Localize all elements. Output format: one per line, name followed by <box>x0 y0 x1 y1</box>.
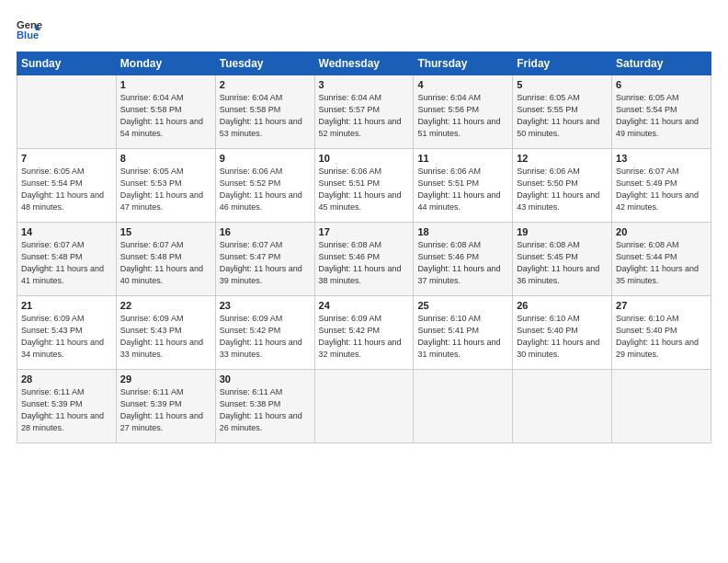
calendar-day-cell: 13Sunrise: 6:07 AMSunset: 5:49 PMDayligh… <box>612 149 711 223</box>
calendar-day-cell: 20Sunrise: 6:08 AMSunset: 5:44 PMDayligh… <box>612 223 711 296</box>
day-number: 30 <box>220 373 311 385</box>
calendar-day-cell: 25Sunrise: 6:10 AMSunset: 5:41 PMDayligh… <box>414 296 513 370</box>
day-detail: Sunrise: 6:05 AMSunset: 5:54 PMDaylight:… <box>616 92 707 140</box>
day-number: 10 <box>319 153 410 164</box>
day-detail: Sunrise: 6:08 AMSunset: 5:46 PMDaylight:… <box>417 239 508 287</box>
calendar-day-cell: 27Sunrise: 6:10 AMSunset: 5:40 PMDayligh… <box>612 296 711 370</box>
calendar-body: 1Sunrise: 6:04 AMSunset: 5:58 PMDaylight… <box>17 75 711 443</box>
day-number: 5 <box>517 79 608 90</box>
calendar-day-cell: 4Sunrise: 6:04 AMSunset: 5:56 PMDaylight… <box>414 75 513 149</box>
calendar-week-row: 28Sunrise: 6:11 AMSunset: 5:39 PMDayligh… <box>17 370 711 443</box>
day-detail: Sunrise: 6:07 AMSunset: 5:47 PMDaylight:… <box>220 239 311 287</box>
day-number: 29 <box>120 373 211 385</box>
calendar-day-cell: 3Sunrise: 6:04 AMSunset: 5:57 PMDaylight… <box>314 75 414 149</box>
calendar-day-cell: 18Sunrise: 6:08 AMSunset: 5:46 PMDayligh… <box>414 223 513 296</box>
day-of-week-header: Monday <box>116 52 215 75</box>
calendar-day-cell: 15Sunrise: 6:07 AMSunset: 5:48 PMDayligh… <box>116 223 215 296</box>
day-number: 9 <box>220 153 311 164</box>
day-number: 11 <box>417 153 508 164</box>
calendar-day-cell: 26Sunrise: 6:10 AMSunset: 5:40 PMDayligh… <box>513 296 612 370</box>
calendar-day-cell: 10Sunrise: 6:06 AMSunset: 5:51 PMDayligh… <box>314 149 414 223</box>
day-number: 7 <box>21 153 112 164</box>
calendar-day-cell: 12Sunrise: 6:06 AMSunset: 5:50 PMDayligh… <box>513 149 612 223</box>
day-detail: Sunrise: 6:08 AMSunset: 5:44 PMDaylight:… <box>616 239 707 287</box>
day-detail: Sunrise: 6:04 AMSunset: 5:57 PMDaylight:… <box>319 92 410 140</box>
day-number: 25 <box>417 300 508 311</box>
day-number: 16 <box>220 226 311 237</box>
calendar-day-cell <box>612 370 711 443</box>
calendar-day-cell: 17Sunrise: 6:08 AMSunset: 5:46 PMDayligh… <box>314 223 414 296</box>
day-of-week-header: Tuesday <box>215 52 314 75</box>
day-number: 17 <box>319 226 410 237</box>
day-detail: Sunrise: 6:10 AMSunset: 5:41 PMDaylight:… <box>417 313 508 361</box>
day-number: 15 <box>120 226 211 237</box>
day-number: 23 <box>220 300 311 311</box>
calendar-day-cell <box>17 75 117 149</box>
day-detail: Sunrise: 6:10 AMSunset: 5:40 PMDaylight:… <box>517 313 608 361</box>
svg-text:Blue: Blue <box>17 29 39 40</box>
calendar-day-cell: 2Sunrise: 6:04 AMSunset: 5:58 PMDaylight… <box>215 75 314 149</box>
calendar-day-cell: 11Sunrise: 6:06 AMSunset: 5:51 PMDayligh… <box>414 149 513 223</box>
calendar-header-row: SundayMondayTuesdayWednesdayThursdayFrid… <box>17 52 711 75</box>
calendar-day-cell <box>414 370 513 443</box>
logo-icon: General Blue <box>17 17 42 42</box>
calendar-day-cell: 19Sunrise: 6:08 AMSunset: 5:45 PMDayligh… <box>513 223 612 296</box>
day-number: 21 <box>21 300 112 311</box>
calendar-day-cell: 7Sunrise: 6:05 AMSunset: 5:54 PMDaylight… <box>17 149 117 223</box>
header: General Blue <box>17 17 711 42</box>
day-of-week-header: Thursday <box>414 52 513 75</box>
day-detail: Sunrise: 6:07 AMSunset: 5:49 PMDaylight:… <box>616 166 707 213</box>
day-number: 27 <box>616 300 707 311</box>
calendar-day-cell: 9Sunrise: 6:06 AMSunset: 5:52 PMDaylight… <box>215 149 314 223</box>
day-number: 19 <box>517 226 608 237</box>
day-number: 1 <box>120 79 211 90</box>
day-number: 8 <box>120 153 211 164</box>
day-number: 18 <box>417 226 508 237</box>
day-detail: Sunrise: 6:07 AMSunset: 5:48 PMDaylight:… <box>120 239 211 287</box>
day-detail: Sunrise: 6:09 AMSunset: 5:42 PMDaylight:… <box>319 313 410 361</box>
day-detail: Sunrise: 6:06 AMSunset: 5:52 PMDaylight:… <box>220 166 311 213</box>
day-number: 26 <box>517 300 608 311</box>
day-detail: Sunrise: 6:11 AMSunset: 5:38 PMDaylight:… <box>220 386 311 434</box>
logo: General Blue <box>17 17 42 42</box>
day-detail: Sunrise: 6:10 AMSunset: 5:40 PMDaylight:… <box>616 313 707 361</box>
calendar-day-cell <box>513 370 612 443</box>
day-detail: Sunrise: 6:05 AMSunset: 5:53 PMDaylight:… <box>120 166 211 213</box>
day-detail: Sunrise: 6:05 AMSunset: 5:55 PMDaylight:… <box>517 92 608 140</box>
calendar-week-row: 7Sunrise: 6:05 AMSunset: 5:54 PMDaylight… <box>17 149 711 223</box>
day-detail: Sunrise: 6:04 AMSunset: 5:58 PMDaylight:… <box>220 92 311 140</box>
calendar-day-cell: 8Sunrise: 6:05 AMSunset: 5:53 PMDaylight… <box>116 149 215 223</box>
day-detail: Sunrise: 6:09 AMSunset: 5:43 PMDaylight:… <box>120 313 211 361</box>
day-detail: Sunrise: 6:09 AMSunset: 5:43 PMDaylight:… <box>21 313 112 361</box>
day-detail: Sunrise: 6:06 AMSunset: 5:51 PMDaylight:… <box>417 166 508 213</box>
calendar-day-cell: 28Sunrise: 6:11 AMSunset: 5:39 PMDayligh… <box>17 370 117 443</box>
day-of-week-header: Friday <box>513 52 612 75</box>
calendar-week-row: 14Sunrise: 6:07 AMSunset: 5:48 PMDayligh… <box>17 223 711 296</box>
day-detail: Sunrise: 6:08 AMSunset: 5:46 PMDaylight:… <box>319 239 410 287</box>
day-number: 13 <box>616 153 707 164</box>
calendar-day-cell: 5Sunrise: 6:05 AMSunset: 5:55 PMDaylight… <box>513 75 612 149</box>
day-number: 3 <box>319 79 410 90</box>
calendar-day-cell: 30Sunrise: 6:11 AMSunset: 5:38 PMDayligh… <box>215 370 314 443</box>
day-number: 6 <box>616 79 707 90</box>
day-number: 24 <box>319 300 410 311</box>
calendar-week-row: 1Sunrise: 6:04 AMSunset: 5:58 PMDaylight… <box>17 75 711 149</box>
calendar-day-cell: 1Sunrise: 6:04 AMSunset: 5:58 PMDaylight… <box>116 75 215 149</box>
day-of-week-header: Wednesday <box>314 52 414 75</box>
day-detail: Sunrise: 6:07 AMSunset: 5:48 PMDaylight:… <box>21 239 112 287</box>
day-detail: Sunrise: 6:11 AMSunset: 5:39 PMDaylight:… <box>120 386 211 434</box>
calendar-day-cell: 23Sunrise: 6:09 AMSunset: 5:42 PMDayligh… <box>215 296 314 370</box>
day-number: 2 <box>220 79 311 90</box>
day-of-week-header: Sunday <box>17 52 117 75</box>
day-detail: Sunrise: 6:08 AMSunset: 5:45 PMDaylight:… <box>517 239 608 287</box>
day-number: 14 <box>21 226 112 237</box>
calendar-day-cell: 29Sunrise: 6:11 AMSunset: 5:39 PMDayligh… <box>116 370 215 443</box>
calendar-day-cell <box>314 370 414 443</box>
calendar-container: General Blue SundayMondayTuesdayWednesda… <box>0 0 728 563</box>
calendar-week-row: 21Sunrise: 6:09 AMSunset: 5:43 PMDayligh… <box>17 296 711 370</box>
day-detail: Sunrise: 6:04 AMSunset: 5:56 PMDaylight:… <box>417 92 508 140</box>
calendar-day-cell: 21Sunrise: 6:09 AMSunset: 5:43 PMDayligh… <box>17 296 117 370</box>
day-detail: Sunrise: 6:06 AMSunset: 5:51 PMDaylight:… <box>319 166 410 213</box>
day-number: 22 <box>120 300 211 311</box>
day-detail: Sunrise: 6:05 AMSunset: 5:54 PMDaylight:… <box>21 166 112 213</box>
